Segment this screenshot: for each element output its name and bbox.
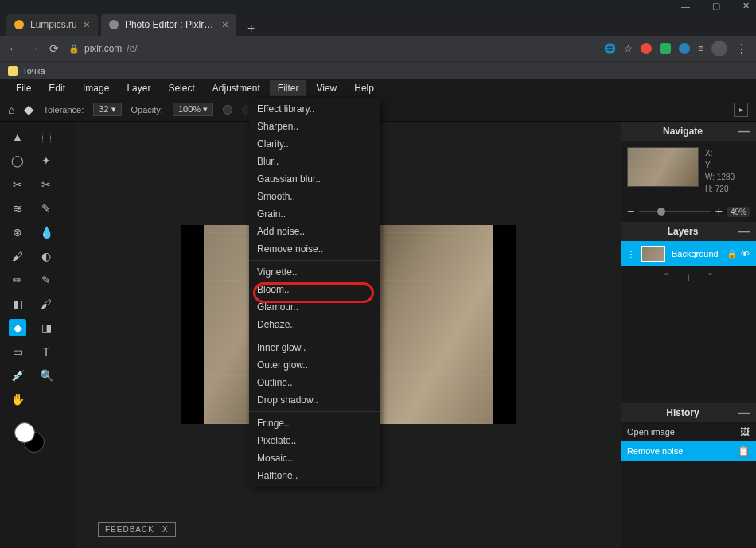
filter-dehaze[interactable]: Dehaze.. [249,316,380,333]
slider-thumb[interactable] [657,208,665,216]
back-icon[interactable]: ← [8,42,19,55]
shape-tool-icon[interactable]: ▭ [9,343,26,360]
home-icon[interactable]: ⌂ [8,103,14,116]
filter-fringe[interactable]: Fringe.. [249,414,380,432]
hand-tool-icon[interactable]: ✋ [9,391,26,408]
filter-outline[interactable]: Outline.. [249,374,380,391]
menu-layer[interactable]: Layer [119,80,158,96]
menu-help[interactable]: Help [346,80,382,96]
translate-icon[interactable]: 🌐 [604,43,616,54]
extension-icon[interactable] [679,43,690,54]
reload-icon[interactable]: ⟳ [49,42,59,55]
extension-icon[interactable] [660,43,671,54]
opacity-input[interactable]: 100% ▾ [173,103,213,116]
tab-close-icon[interactable]: × [84,18,90,31]
visibility-icon[interactable]: 👁 [741,249,750,259]
extension-icon[interactable] [641,43,652,54]
text-tool-icon[interactable]: T [37,343,55,360]
draw-tool-icon[interactable]: ✎ [37,271,55,289]
wand-tool-icon[interactable]: ✦ [37,152,55,169]
window-maximize[interactable]: ▢ [712,1,720,11]
filter-inner-glow[interactable]: Inner glow.. [249,339,380,356]
lasso-tool-icon[interactable]: ◯ [9,152,26,169]
menu-image[interactable]: Image [75,80,117,96]
filter-sharpen[interactable]: Sharpen.. [249,118,380,135]
fill-tool-icon[interactable]: ◆ [9,319,26,336]
forward-icon[interactable]: → [29,42,40,55]
panel-toggle-icon[interactable]: ▸ [734,103,748,117]
filter-add-noise[interactable]: Add noise.. [249,223,380,240]
tolerance-input[interactable]: 32 ▾ [93,103,121,116]
history-item[interactable]: Open image 🖼 [621,422,756,441]
zoom-tool-icon[interactable]: 🔍 [37,367,55,384]
pencil-tool-icon[interactable]: ✏ [9,271,26,289]
dodge-tool-icon[interactable]: ◐ [37,247,55,265]
menu-edit[interactable]: Edit [41,80,73,96]
feedback-close-icon[interactable]: X [162,525,169,534]
filter-outer-glow[interactable]: Outer glow.. [249,356,380,374]
filter-clarity[interactable]: Clarity.. [249,135,380,153]
cut-tool-icon[interactable]: ✂ [37,176,55,193]
menu-file[interactable]: File [8,80,39,96]
gradient-tool-icon[interactable]: ◨ [37,319,55,336]
menu-select[interactable]: Select [160,80,202,96]
brush-tool-icon[interactable]: 🖌 [9,247,26,265]
feedback-button[interactable]: FEEDBACK X [98,522,176,537]
menu-filter[interactable]: Filter [270,80,307,96]
filter-grain[interactable]: Grain.. [249,205,380,223]
blur-tool-icon[interactable]: 💧 [37,223,55,241]
zoom-slider[interactable] [639,211,710,212]
filter-glamour[interactable]: Glamour.. [249,298,380,316]
minimize-icon[interactable]: — [738,225,750,238]
eraser-tool-icon[interactable]: ◧ [9,295,26,313]
liquify-tool-icon[interactable]: ≋ [9,200,26,217]
color-swatch[interactable] [14,422,45,453]
history-item-active[interactable]: Remove noise 📋 [621,441,756,461]
drag-handle-icon[interactable]: ⋮ [627,250,635,258]
pen-tool-icon[interactable]: ✎ [37,200,55,217]
lock-icon[interactable]: 🔒 [727,249,738,259]
bookmark-item[interactable]: Точка [22,66,45,76]
layer-up-icon[interactable]: ˄ [664,271,669,284]
star-icon[interactable]: ☆ [624,43,633,54]
filter-bloom[interactable]: Bloom.. [249,281,380,298]
navigate-thumbnail[interactable] [627,147,699,187]
extension-icon[interactable]: ≡ [698,43,703,54]
layer-down-icon[interactable]: ˅ [707,271,713,284]
minimize-icon[interactable]: — [738,406,750,419]
profile-avatar[interactable] [711,41,727,56]
new-tab-button[interactable]: + [240,21,263,36]
move-tool-icon[interactable]: ▲ [9,128,26,146]
browser-tab-active[interactable]: Photo Editor : Pixlr E - free imag... × [101,14,236,36]
paint-tool-icon[interactable]: 🖌 [37,295,55,313]
window-minimize[interactable]: — [681,2,690,11]
marquee-tool-icon[interactable]: ⬚ [37,128,55,146]
menu-adjustment[interactable]: Adjustment [205,80,268,96]
filter-smooth[interactable]: Smooth.. [249,188,380,205]
zoom-in-icon[interactable]: + [715,204,723,219]
layer-add-icon[interactable]: + [685,271,692,284]
filter-gaussian-blur[interactable]: Gaussian blur.. [249,170,380,188]
menu-icon[interactable]: ⋮ [735,41,748,56]
zoom-out-icon[interactable]: − [627,204,634,219]
layer-item[interactable]: ⋮ Background 🔒 👁 [621,241,756,266]
option-toggle[interactable] [223,105,232,115]
eyedropper-tool-icon[interactable]: 💉 [9,367,26,384]
filter-remove-noise[interactable]: Remove noise.. [249,240,380,258]
filter-blur[interactable]: Blur.. [249,153,380,170]
window-close[interactable]: ✕ [742,1,750,11]
minimize-icon[interactable]: — [738,125,750,138]
filter-mosaic[interactable]: Mosaic.. [249,449,380,467]
zoom-value[interactable]: 49% [727,207,750,217]
foreground-color[interactable] [14,422,35,443]
clone-tool-icon[interactable]: ⊛ [9,223,26,241]
filter-vignette[interactable]: Vignette.. [249,263,380,281]
crop-tool-icon[interactable]: ✂ [9,176,26,193]
filter-drop-shadow[interactable]: Drop shadow.. [249,391,380,409]
menu-view[interactable]: View [308,80,345,96]
browser-tab[interactable]: Lumpics.ru × [6,14,98,36]
tab-close-icon[interactable]: × [222,18,228,31]
filter-halftone[interactable]: Halftone.. [249,467,380,484]
url-input[interactable]: 🔒 pixlr.com/e/ [68,43,594,54]
filter-effect-library[interactable]: Effect library.. [249,100,380,118]
